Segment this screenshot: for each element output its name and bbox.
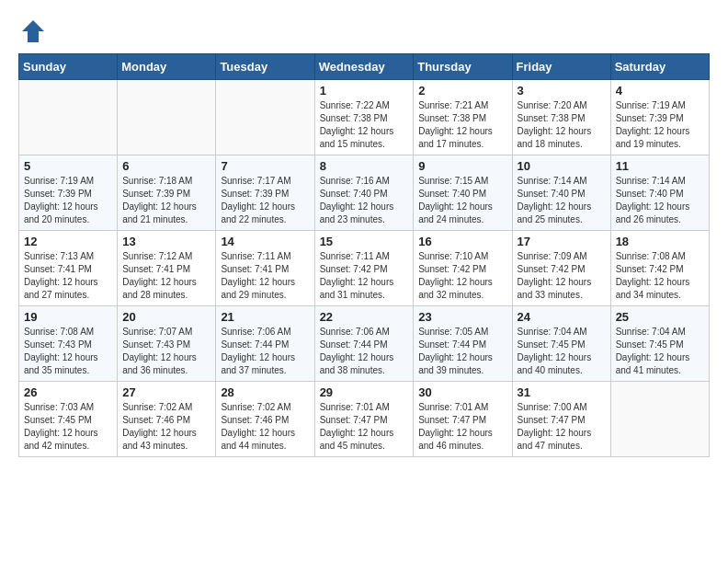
calendar-cell: 2Sunrise: 7:21 AMSunset: 7:38 PMDaylight… <box>414 80 512 155</box>
day-info: Sunrise: 7:04 AMSunset: 7:45 PMDaylight:… <box>616 326 704 377</box>
calendar-cell: 14Sunrise: 7:11 AMSunset: 7:41 PMDayligh… <box>216 231 314 306</box>
calendar-cell: 28Sunrise: 7:02 AMSunset: 7:46 PMDayligh… <box>216 382 314 457</box>
page-header <box>18 18 710 44</box>
day-number: 23 <box>418 310 506 324</box>
day-number: 6 <box>122 159 210 173</box>
day-header-monday: Monday <box>118 54 216 80</box>
calendar-cell: 22Sunrise: 7:06 AMSunset: 7:44 PMDayligh… <box>314 306 414 382</box>
calendar-cell: 15Sunrise: 7:11 AMSunset: 7:42 PMDayligh… <box>314 231 414 306</box>
day-number: 10 <box>518 159 606 173</box>
day-info: Sunrise: 7:02 AMSunset: 7:46 PMDaylight:… <box>221 401 309 453</box>
day-number: 3 <box>518 84 606 98</box>
day-info: Sunrise: 7:00 AMSunset: 7:47 PMDaylight:… <box>518 401 606 453</box>
day-info: Sunrise: 7:19 AMSunset: 7:39 PMDaylight:… <box>616 99 704 151</box>
day-number: 11 <box>616 159 704 173</box>
day-number: 9 <box>418 159 506 173</box>
calendar-cell: 21Sunrise: 7:06 AMSunset: 7:44 PMDayligh… <box>216 306 314 382</box>
calendar-cell: 31Sunrise: 7:00 AMSunset: 7:47 PMDayligh… <box>512 382 610 457</box>
day-number: 25 <box>616 310 704 324</box>
day-number: 12 <box>24 235 112 248</box>
day-info: Sunrise: 7:15 AMSunset: 7:40 PMDaylight:… <box>418 175 506 226</box>
day-info: Sunrise: 7:14 AMSunset: 7:40 PMDaylight:… <box>616 175 704 226</box>
calendar-week-3: 12Sunrise: 7:13 AMSunset: 7:41 PMDayligh… <box>19 231 710 306</box>
day-header-wednesday: Wednesday <box>314 54 414 80</box>
calendar-week-1: 1Sunrise: 7:22 AMSunset: 7:38 PMDaylight… <box>19 80 710 155</box>
day-info: Sunrise: 7:01 AMSunset: 7:47 PMDaylight:… <box>418 401 506 453</box>
day-number: 27 <box>122 385 210 399</box>
calendar-cell: 24Sunrise: 7:04 AMSunset: 7:45 PMDayligh… <box>512 306 610 382</box>
day-number: 13 <box>122 235 210 248</box>
day-info: Sunrise: 7:21 AMSunset: 7:38 PMDaylight:… <box>418 99 506 151</box>
day-info: Sunrise: 7:08 AMSunset: 7:42 PMDaylight:… <box>616 250 704 302</box>
calendar-cell: 29Sunrise: 7:01 AMSunset: 7:47 PMDayligh… <box>314 382 414 457</box>
day-header-thursday: Thursday <box>414 54 512 80</box>
day-number: 28 <box>221 385 309 399</box>
calendar-cell: 1Sunrise: 7:22 AMSunset: 7:38 PMDaylight… <box>314 80 414 155</box>
calendar-cell: 16Sunrise: 7:10 AMSunset: 7:42 PMDayligh… <box>414 231 512 306</box>
day-number: 7 <box>221 159 309 173</box>
day-number: 20 <box>122 310 210 324</box>
day-number: 26 <box>24 385 112 399</box>
calendar-cell: 12Sunrise: 7:13 AMSunset: 7:41 PMDayligh… <box>19 231 118 306</box>
day-info: Sunrise: 7:11 AMSunset: 7:41 PMDaylight:… <box>221 250 309 302</box>
day-number: 8 <box>320 159 409 173</box>
calendar-cell: 25Sunrise: 7:04 AMSunset: 7:45 PMDayligh… <box>610 306 709 382</box>
calendar-cell <box>610 382 709 457</box>
day-number: 2 <box>418 84 506 98</box>
day-info: Sunrise: 7:08 AMSunset: 7:43 PMDaylight:… <box>24 326 112 377</box>
calendar-cell: 23Sunrise: 7:05 AMSunset: 7:44 PMDayligh… <box>414 306 512 382</box>
calendar-cell: 26Sunrise: 7:03 AMSunset: 7:45 PMDayligh… <box>19 382 118 457</box>
calendar-week-2: 5Sunrise: 7:19 AMSunset: 7:39 PMDaylight… <box>19 155 710 231</box>
day-info: Sunrise: 7:18 AMSunset: 7:39 PMDaylight:… <box>122 175 210 226</box>
calendar-cell <box>19 80 118 155</box>
day-info: Sunrise: 7:03 AMSunset: 7:45 PMDaylight:… <box>24 401 112 453</box>
calendar-cell: 13Sunrise: 7:12 AMSunset: 7:41 PMDayligh… <box>118 231 216 306</box>
calendar-cell: 17Sunrise: 7:09 AMSunset: 7:42 PMDayligh… <box>512 231 610 306</box>
logo-icon <box>20 18 46 44</box>
day-number: 22 <box>320 310 409 324</box>
day-number: 4 <box>616 84 704 98</box>
day-info: Sunrise: 7:22 AMSunset: 7:38 PMDaylight:… <box>320 99 409 151</box>
day-info: Sunrise: 7:10 AMSunset: 7:42 PMDaylight:… <box>418 250 506 302</box>
day-info: Sunrise: 7:14 AMSunset: 7:40 PMDaylight:… <box>518 175 606 226</box>
calendar-cell: 19Sunrise: 7:08 AMSunset: 7:43 PMDayligh… <box>19 306 118 382</box>
calendar-cell: 27Sunrise: 7:02 AMSunset: 7:46 PMDayligh… <box>118 382 216 457</box>
calendar-cell: 4Sunrise: 7:19 AMSunset: 7:39 PMDaylight… <box>610 80 709 155</box>
day-number: 5 <box>24 159 112 173</box>
calendar-cell: 30Sunrise: 7:01 AMSunset: 7:47 PMDayligh… <box>414 382 512 457</box>
calendar-cell: 9Sunrise: 7:15 AMSunset: 7:40 PMDaylight… <box>414 155 512 231</box>
day-number: 24 <box>518 310 606 324</box>
day-info: Sunrise: 7:07 AMSunset: 7:43 PMDaylight:… <box>122 326 210 377</box>
day-info: Sunrise: 7:06 AMSunset: 7:44 PMDaylight:… <box>320 326 409 377</box>
day-info: Sunrise: 7:13 AMSunset: 7:41 PMDaylight:… <box>24 250 112 302</box>
calendar-cell: 3Sunrise: 7:20 AMSunset: 7:38 PMDaylight… <box>512 80 610 155</box>
logo <box>18 18 46 44</box>
day-info: Sunrise: 7:01 AMSunset: 7:47 PMDaylight:… <box>320 401 409 453</box>
day-number: 21 <box>221 310 309 324</box>
day-info: Sunrise: 7:12 AMSunset: 7:41 PMDaylight:… <box>122 250 210 302</box>
calendar-cell: 7Sunrise: 7:17 AMSunset: 7:39 PMDaylight… <box>216 155 314 231</box>
day-info: Sunrise: 7:05 AMSunset: 7:44 PMDaylight:… <box>418 326 506 377</box>
day-info: Sunrise: 7:16 AMSunset: 7:40 PMDaylight:… <box>320 175 409 226</box>
day-number: 19 <box>24 310 112 324</box>
day-info: Sunrise: 7:19 AMSunset: 7:39 PMDaylight:… <box>24 175 112 226</box>
day-info: Sunrise: 7:04 AMSunset: 7:45 PMDaylight:… <box>518 326 606 377</box>
calendar-cell: 8Sunrise: 7:16 AMSunset: 7:40 PMDaylight… <box>314 155 414 231</box>
calendar-cell: 10Sunrise: 7:14 AMSunset: 7:40 PMDayligh… <box>512 155 610 231</box>
day-info: Sunrise: 7:06 AMSunset: 7:44 PMDaylight:… <box>221 326 309 377</box>
calendar-cell: 20Sunrise: 7:07 AMSunset: 7:43 PMDayligh… <box>118 306 216 382</box>
day-number: 16 <box>418 235 506 248</box>
day-header-friday: Friday <box>512 54 610 80</box>
day-number: 31 <box>518 385 606 399</box>
day-info: Sunrise: 7:17 AMSunset: 7:39 PMDaylight:… <box>221 175 309 226</box>
calendar-header-row: SundayMondayTuesdayWednesdayThursdayFrid… <box>19 54 710 80</box>
day-number: 1 <box>320 84 409 98</box>
day-number: 15 <box>320 235 409 248</box>
day-number: 17 <box>518 235 606 248</box>
day-info: Sunrise: 7:11 AMSunset: 7:42 PMDaylight:… <box>320 250 409 302</box>
calendar-cell: 6Sunrise: 7:18 AMSunset: 7:39 PMDaylight… <box>118 155 216 231</box>
svg-marker-0 <box>22 20 44 42</box>
day-header-sunday: Sunday <box>19 54 118 80</box>
calendar-cell <box>118 80 216 155</box>
calendar-week-4: 19Sunrise: 7:08 AMSunset: 7:43 PMDayligh… <box>19 306 710 382</box>
